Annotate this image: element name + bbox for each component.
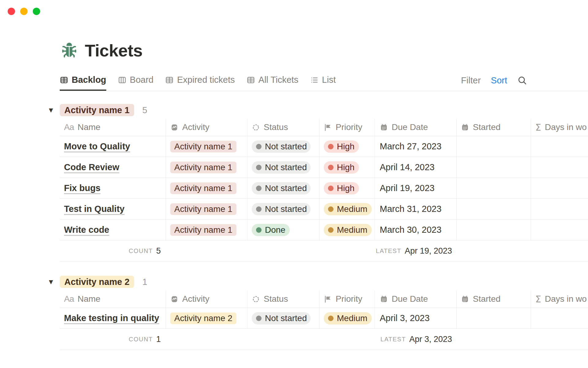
- started-cell[interactable]: [456, 308, 531, 328]
- column-header-started[interactable]: Started: [456, 290, 531, 308]
- bug-icon[interactable]: [60, 41, 79, 60]
- column-header-days-in-work[interactable]: Σ Days in wo: [531, 119, 588, 136]
- group-tag[interactable]: Activity name 2: [60, 276, 134, 288]
- sort-button[interactable]: Sort: [491, 75, 507, 86]
- priority-cell[interactable]: High: [319, 136, 375, 157]
- ticket-name-link[interactable]: Make testing in quality: [64, 313, 159, 323]
- status-pill: Not started: [252, 161, 311, 174]
- started-cell[interactable]: [456, 178, 531, 198]
- name-cell[interactable]: Test in Quality: [60, 199, 166, 219]
- column-header-due-date[interactable]: Due Date: [375, 290, 456, 308]
- ticket-name-link[interactable]: Code Review: [64, 162, 119, 172]
- days-in-work-cell[interactable]: [531, 308, 588, 328]
- table-row[interactable]: Write code Activity name 1 Done Medium M…: [60, 219, 588, 240]
- activity-cell[interactable]: Activity name 1: [166, 220, 247, 240]
- status-cell[interactable]: Not started: [247, 157, 319, 178]
- ticket-name-link[interactable]: Test in Quality: [64, 204, 125, 214]
- collapse-triangle-icon[interactable]: ▼: [47, 278, 60, 286]
- activity-cell[interactable]: Activity name 1: [166, 136, 247, 157]
- tab-backlog[interactable]: Backlog: [60, 75, 106, 91]
- tab-board[interactable]: Board: [118, 75, 153, 91]
- latest-calculation[interactable]: LATEST Apr 3, 2023: [375, 329, 456, 350]
- started-cell[interactable]: [456, 199, 531, 219]
- due-date-cell[interactable]: March 31, 2023: [375, 199, 456, 219]
- close-window-button[interactable]: [8, 8, 15, 15]
- due-date-cell[interactable]: April 3, 2023: [375, 308, 456, 328]
- count-calculation[interactable]: COUNT 1: [60, 329, 166, 350]
- name-cell[interactable]: Move to Quality: [60, 136, 166, 157]
- group-count: 1: [142, 277, 147, 287]
- column-header-due-date[interactable]: Due Date: [375, 119, 456, 136]
- due-date-cell[interactable]: March 27, 2023: [375, 136, 456, 157]
- tab-expired-tickets[interactable]: Expired tickets: [165, 75, 235, 91]
- search-icon[interactable]: [517, 75, 527, 86]
- group-activity-2: ▼ Activity name 2 1 Aa Name Activity: [60, 276, 588, 350]
- column-header-status[interactable]: Status: [247, 119, 319, 136]
- column-header-activity[interactable]: Activity: [166, 119, 247, 136]
- status-cell[interactable]: Not started: [247, 136, 319, 157]
- status-dot: [256, 206, 262, 212]
- activity-tag: Activity name 1: [170, 141, 236, 152]
- latest-calculation[interactable]: LATEST Apr 19, 2023: [375, 240, 456, 261]
- priority-cell[interactable]: High: [319, 157, 375, 178]
- name-cell[interactable]: Fix bugs: [60, 178, 166, 198]
- name-cell[interactable]: Make testing in quality: [60, 308, 166, 328]
- status-pill: Not started: [252, 312, 311, 324]
- priority-cell[interactable]: High: [319, 178, 375, 198]
- activity-tag: Activity name 2: [170, 312, 236, 324]
- status-cell[interactable]: Not started: [247, 178, 319, 198]
- priority-cell[interactable]: Medium: [319, 199, 375, 219]
- table-row[interactable]: Test in Quality Activity name 1 Not star…: [60, 198, 588, 219]
- column-header-days-in-work[interactable]: Σ Days in wo: [531, 290, 588, 308]
- column-header-status[interactable]: Status: [247, 290, 319, 308]
- priority-cell[interactable]: Medium: [319, 308, 375, 328]
- name-cell[interactable]: Write code: [60, 220, 166, 240]
- started-cell[interactable]: [456, 220, 531, 240]
- minimize-window-button[interactable]: [20, 8, 28, 15]
- sum-icon: Σ: [535, 122, 541, 133]
- ticket-name-link[interactable]: Fix bugs: [64, 183, 100, 193]
- days-in-work-cell[interactable]: [531, 220, 588, 240]
- activity-cell[interactable]: Activity name 2: [166, 308, 247, 328]
- count-calculation[interactable]: COUNT 5: [60, 240, 166, 261]
- activity-cell[interactable]: Activity name 1: [166, 199, 247, 219]
- status-cell[interactable]: Not started: [247, 308, 319, 328]
- ticket-name-link[interactable]: Write code: [64, 225, 109, 235]
- table-row[interactable]: Code Review Activity name 1 Not started …: [60, 157, 588, 178]
- due-date-cell[interactable]: April 19, 2023: [375, 178, 456, 198]
- column-header-started[interactable]: Started: [456, 119, 531, 136]
- days-in-work-cell[interactable]: [531, 136, 588, 157]
- days-in-work-cell[interactable]: [531, 199, 588, 219]
- ticket-name-link[interactable]: Move to Quality: [64, 141, 130, 151]
- days-in-work-cell[interactable]: [531, 178, 588, 198]
- filter-button[interactable]: Filter: [461, 75, 481, 86]
- zoom-window-button[interactable]: [33, 8, 40, 15]
- page-title[interactable]: Tickets: [85, 40, 142, 60]
- column-header-activity[interactable]: Activity: [166, 290, 247, 308]
- column-header-name[interactable]: Aa Name: [60, 290, 166, 308]
- tab-list[interactable]: List: [310, 75, 336, 91]
- tab-label: List: [322, 75, 336, 85]
- table-row[interactable]: Make testing in quality Activity name 2 …: [60, 308, 588, 328]
- flag-icon: [324, 295, 332, 303]
- group-tag[interactable]: Activity name 1: [60, 104, 134, 116]
- table-row[interactable]: Fix bugs Activity name 1 Not started Hig…: [60, 178, 588, 198]
- table-row[interactable]: Move to Quality Activity name 1 Not star…: [60, 136, 588, 157]
- activity-cell[interactable]: Activity name 1: [166, 157, 247, 178]
- priority-cell[interactable]: Medium: [319, 220, 375, 240]
- started-cell[interactable]: [456, 136, 531, 157]
- column-header-priority[interactable]: Priority: [319, 290, 375, 308]
- due-date-cell[interactable]: April 14, 2023: [375, 157, 456, 178]
- column-header-name[interactable]: Aa Name: [60, 119, 166, 136]
- column-header-priority[interactable]: Priority: [319, 119, 375, 136]
- activity-tag: Activity name 1: [170, 224, 236, 236]
- tab-all-tickets[interactable]: All Tickets: [247, 75, 299, 91]
- status-cell[interactable]: Not started: [247, 199, 319, 219]
- due-date-cell[interactable]: March 30, 2023: [375, 220, 456, 240]
- status-cell[interactable]: Done: [247, 220, 319, 240]
- started-cell[interactable]: [456, 157, 531, 178]
- collapse-triangle-icon[interactable]: ▼: [47, 106, 60, 114]
- activity-cell[interactable]: Activity name 1: [166, 178, 247, 198]
- name-cell[interactable]: Code Review: [60, 157, 166, 178]
- days-in-work-cell[interactable]: [531, 157, 588, 178]
